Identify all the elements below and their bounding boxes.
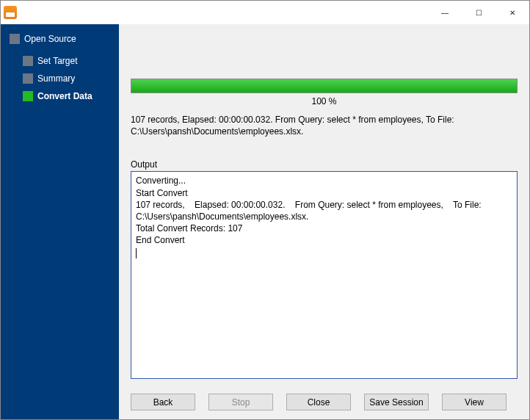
conversion-summary-text: 107 records, Elapsed: 00:00:00.032. From… — [131, 114, 518, 137]
sidebar-item-label: Set Target — [37, 56, 77, 66]
sidebar: Open Source Set Target Summa — [1, 24, 119, 419]
node-icon — [23, 56, 33, 66]
app-window: — ☐ ✕ Open Source Set Target — [0, 0, 530, 420]
sidebar-item-summary[interactable]: Summary — [21, 70, 119, 87]
minimize-button[interactable]: — — [428, 1, 462, 24]
view-button[interactable]: View — [442, 394, 507, 410]
button-row: Back Stop Close Save Session View — [119, 386, 529, 419]
progress-bar — [131, 79, 518, 93]
content-inner: 100 % 107 records, Elapsed: 00:00:00.032… — [119, 24, 529, 386]
text-caret-icon — [136, 248, 137, 258]
sidebar-item-label: Summary — [37, 73, 75, 84]
sidebar-item-label: Open Source — [24, 34, 76, 44]
back-button[interactable]: Back — [131, 394, 195, 410]
close-button[interactable]: Close — [286, 394, 351, 410]
content: 100 % 107 records, Elapsed: 00:00:00.032… — [119, 24, 529, 419]
titlebar: — ☐ ✕ — [1, 1, 529, 24]
body: Open Source Set Target Summa — [1, 24, 529, 419]
output-textarea[interactable]: Converting... Start Convert 107 records,… — [131, 171, 518, 379]
save-session-button[interactable]: Save Session — [364, 394, 429, 410]
window-controls: — ☐ ✕ — [428, 1, 529, 24]
progress-fill — [131, 79, 517, 93]
top-spacer — [131, 35, 518, 79]
sidebar-item-label: Convert Data — [37, 91, 92, 101]
titlebar-left — [1, 6, 20, 19]
sidebar-item-set-target[interactable]: Set Target — [21, 52, 119, 70]
progress-percent-label: 100 % — [131, 96, 518, 106]
node-icon — [10, 34, 20, 44]
maximize-button[interactable]: ☐ — [462, 1, 495, 24]
sidebar-item-convert-data[interactable]: Convert Data — [21, 87, 119, 105]
node-icon — [23, 91, 33, 101]
output-label: Output — [131, 159, 518, 170]
sidebar-item-open-source[interactable]: Open Source — [8, 30, 119, 48]
app-icon — [4, 6, 17, 19]
close-window-button[interactable]: ✕ — [495, 1, 529, 24]
output-text: Converting... Start Convert 107 records,… — [136, 175, 484, 245]
node-icon — [23, 73, 33, 84]
stop-button[interactable]: Stop — [208, 394, 273, 410]
